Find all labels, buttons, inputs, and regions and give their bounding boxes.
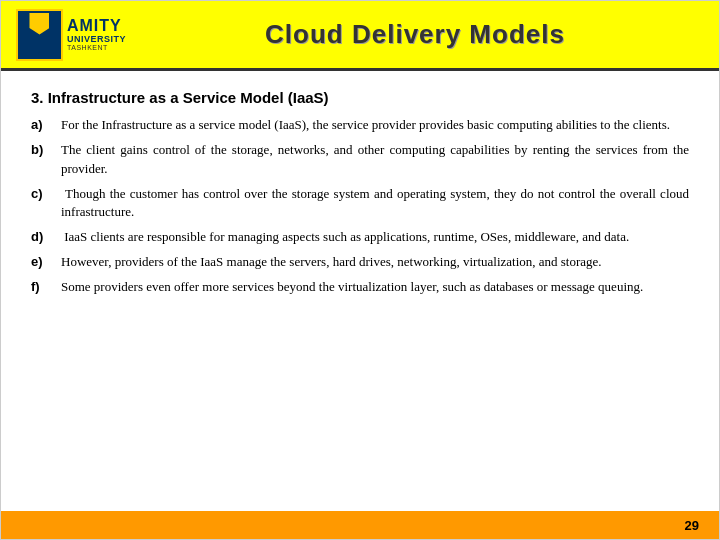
logo-box: ▲ [16,9,63,61]
list-text-d: IaaS clients are responsible for managin… [61,228,689,247]
list-label-b: b) [31,141,61,160]
list-label-c: c) [31,185,61,204]
list-text-c: Though the customer has control over the… [61,185,689,223]
logo-text: AMITY UNIVERSITY TASHKENT [67,18,126,52]
logo-amity-text: AMITY [67,18,126,34]
list-item: d) IaaS clients are responsible for mana… [31,228,689,247]
list-text-a: For the Infrastructure as a service mode… [61,116,689,135]
list-item: b) The client gains control of the stora… [31,141,689,179]
slide: ▲ AMITY UNIVERSITY TASHKENT Cloud Delive… [0,0,720,540]
slide-title: Cloud Delivery Models [126,19,704,50]
logo-tashkent-text: TASHKENT [67,44,126,51]
header: ▲ AMITY UNIVERSITY TASHKENT Cloud Delive… [1,1,719,71]
list-text-e: However, providers of the IaaS manage th… [61,253,689,272]
list-label-f: f) [31,278,61,297]
section-title: 3. Infrastructure as a Service Model (Ia… [31,89,689,106]
list-item: e) However, providers of the IaaS manage… [31,253,689,272]
content-area: 3. Infrastructure as a Service Model (Ia… [1,71,719,318]
list-text-f: Some providers even offer more services … [61,278,689,297]
list-label-e: e) [31,253,61,272]
list-item: f) Some providers even offer more servic… [31,278,689,297]
list-item: c) Though the customer has control over … [31,185,689,223]
page-number: 29 [685,518,699,533]
list-label-d: d) [31,228,61,247]
logo-area: ▲ AMITY UNIVERSITY TASHKENT [16,9,126,61]
list-label-a: a) [31,116,61,135]
list-item: a) For the Infrastructure as a service m… [31,116,689,135]
footer: 29 [1,511,719,539]
shield-icon [29,13,49,35]
logo-university-text: UNIVERSITY [67,34,126,45]
list-text-b: The client gains control of the storage,… [61,141,689,179]
